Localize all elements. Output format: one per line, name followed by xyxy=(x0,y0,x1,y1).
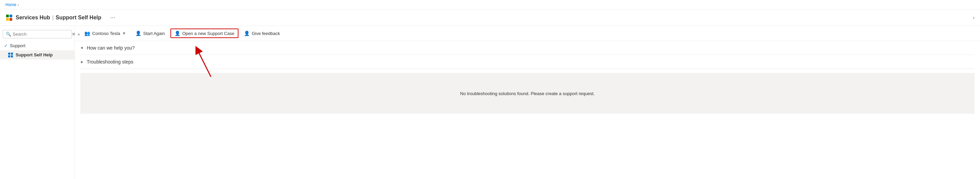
start-again-icon: 👤 xyxy=(135,30,141,36)
empty-state-text: No troubleshooting solutions found. Plea… xyxy=(460,91,595,96)
logo-sq-green xyxy=(6,14,9,17)
feedback-label: Give feedback xyxy=(252,31,280,36)
search-input[interactable] xyxy=(13,32,70,37)
svg-rect-2 xyxy=(8,55,10,57)
chevron-how-help-icon: ▼ xyxy=(80,46,84,50)
sidebar-section-support[interactable]: ✓ Support xyxy=(0,41,75,50)
app-logo: Services Hub|Support Self Help ··· xyxy=(5,13,117,22)
chevron-troubleshooting-icon: ► xyxy=(80,60,84,64)
empty-message: No troubleshooting solutions found. Plea… xyxy=(460,91,595,96)
open-case-label: Open a new Support Case xyxy=(182,31,234,36)
app-name: Services Hub xyxy=(16,14,50,21)
accordion-troubleshooting-header[interactable]: ► Troubleshooting steps xyxy=(80,55,975,69)
svg-rect-3 xyxy=(11,55,13,57)
main-layout: 🔍 ✕ « ✓ Support Support Self Help xyxy=(0,26,980,179)
dropdown-arrow-icon: ▼ xyxy=(122,31,126,35)
accordion-how-help-header[interactable]: ▼ How can we help you? xyxy=(80,41,975,55)
sidebar-item-support-self-help[interactable]: Support Self Help xyxy=(0,50,75,59)
sidebar: 🔍 ✕ « ✓ Support Support Self Help xyxy=(0,26,75,179)
search-icon: 🔍 xyxy=(6,32,11,37)
sidebar-search-container: 🔍 ✕ « xyxy=(3,30,72,38)
breadcrumb-chevron: › xyxy=(18,3,19,7)
tenant-label: Contoso Tesla xyxy=(92,31,120,36)
feedback-button[interactable]: 👤 Give feedback xyxy=(240,29,284,38)
toolbar: 👥 Contoso Tesla ▼ 👤 Start Again 👤 Open a… xyxy=(75,26,980,41)
expand-button[interactable]: › xyxy=(973,15,975,21)
tenant-icon: 👥 xyxy=(84,30,90,36)
content-area: 👥 Contoso Tesla ▼ 👤 Start Again 👤 Open a… xyxy=(75,26,980,179)
logo-sq-yellow xyxy=(6,18,9,21)
accordion-how-help: ▼ How can we help you? xyxy=(80,41,975,55)
breadcrumb-home[interactable]: Home xyxy=(5,2,16,7)
logo-sq-red xyxy=(10,18,12,21)
empty-state-panel: No troubleshooting solutions found. Plea… xyxy=(80,73,975,114)
title-separator: | xyxy=(52,14,53,21)
app-header: Services Hub|Support Self Help ··· › xyxy=(0,10,980,26)
sidebar-item-label: Support Self Help xyxy=(16,52,53,57)
feedback-icon: 👤 xyxy=(244,30,250,36)
breadcrumb: Home › xyxy=(0,0,980,10)
app-logo-icon xyxy=(5,14,13,21)
troubleshooting-label: Troubleshooting steps xyxy=(87,59,134,65)
open-case-button[interactable]: 👤 Open a new Support Case xyxy=(170,29,239,38)
start-again-button[interactable]: 👤 Start Again xyxy=(131,29,169,38)
section-name: Support Self Help xyxy=(56,14,101,21)
check-icon: ✓ xyxy=(4,43,8,48)
logo-sq-blue xyxy=(10,14,12,17)
accordion: ▼ How can we help you? ► Troubleshooting… xyxy=(75,41,980,69)
svg-rect-1 xyxy=(11,53,13,55)
accordion-troubleshooting: ► Troubleshooting steps xyxy=(80,55,975,69)
sidebar-section-label: Support xyxy=(10,43,25,48)
how-help-label: How can we help you? xyxy=(87,45,135,51)
tenant-selector-button[interactable]: 👥 Contoso Tesla ▼ xyxy=(80,29,130,38)
svg-rect-0 xyxy=(8,53,10,55)
content-wrapper: ▼ How can we help you? ► Troubleshooting… xyxy=(75,41,980,114)
start-again-label: Start Again xyxy=(143,31,165,36)
open-case-icon: 👤 xyxy=(175,30,180,36)
more-options-button[interactable]: ··· xyxy=(108,13,117,22)
grid-icon xyxy=(8,53,13,57)
app-title: Services Hub|Support Self Help xyxy=(16,14,101,21)
